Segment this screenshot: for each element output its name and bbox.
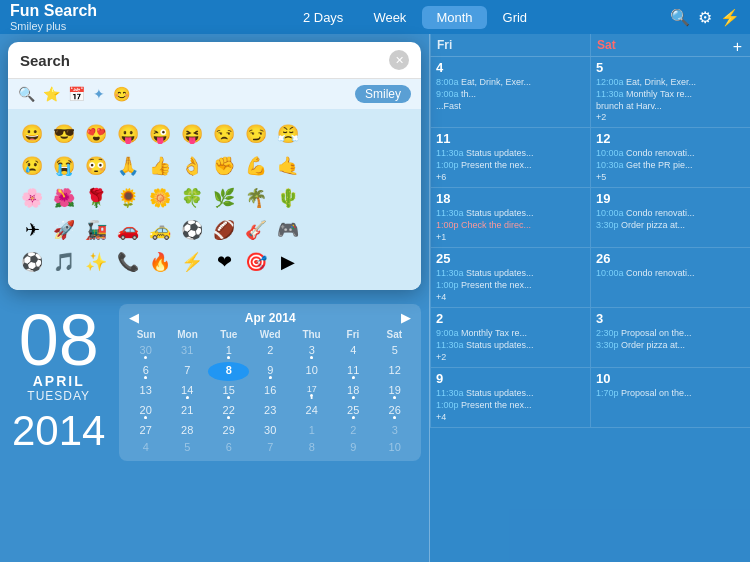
cal-day-fri-2[interactable]: 2 9:00a Monthly Tax re... 11:30a Status … xyxy=(430,308,590,367)
emoji-plane[interactable]: ✈ xyxy=(18,216,46,244)
mini-cal-day[interactable]: 10 xyxy=(291,362,332,381)
emoji-guitar[interactable]: 🎸 xyxy=(242,216,270,244)
mini-cal-day[interactable]: 16 xyxy=(250,382,291,401)
emoji-cry[interactable]: 😢 xyxy=(18,152,46,180)
mini-cal-day[interactable]: 5 xyxy=(374,342,415,361)
sparkle-filter-icon[interactable]: ✦ xyxy=(93,86,105,102)
emoji-football[interactable]: 🏈 xyxy=(210,216,238,244)
mini-cal-prev-button[interactable]: ◀ xyxy=(125,310,143,325)
emoji-hibiscus[interactable]: 🌺 xyxy=(50,184,78,212)
mini-cal-day[interactable]: 9 xyxy=(333,439,374,455)
emoji-grinning[interactable]: 😀 xyxy=(18,120,46,148)
mini-cal-day[interactable]: 28 xyxy=(167,422,208,438)
mini-cal-day[interactable]: 21 xyxy=(167,402,208,421)
emoji-smirk[interactable]: 😏 xyxy=(242,120,270,148)
emoji-ball[interactable]: ⚽ xyxy=(18,248,46,276)
search-filter-icon[interactable]: 🔍 xyxy=(18,86,35,102)
mini-cal-day[interactable]: 14 xyxy=(167,382,208,401)
emoji-tongue-out[interactable]: 😛 xyxy=(114,120,142,148)
lightning-icon[interactable]: ⚡ xyxy=(720,8,740,27)
mini-cal-next-button[interactable]: ▶ xyxy=(397,310,415,325)
mini-cal-day[interactable]: 19 xyxy=(374,382,415,401)
mini-cal-day[interactable]: 7 xyxy=(167,362,208,381)
settings-icon[interactable]: ⚙ xyxy=(698,8,712,27)
emoji-car[interactable]: 🚗 xyxy=(114,216,142,244)
emoji-train[interactable]: 🚂 xyxy=(82,216,110,244)
mini-cal-day[interactable]: 12 xyxy=(374,362,415,381)
tab-week[interactable]: Week xyxy=(359,6,420,29)
mini-cal-day[interactable]: 8 xyxy=(291,439,332,455)
emoji-zap[interactable]: ⚡ xyxy=(178,248,206,276)
mini-cal-day[interactable]: 3 xyxy=(374,422,415,438)
emoji-sparkles[interactable]: ✨ xyxy=(82,248,110,276)
calendar-filter-icon[interactable]: 📅 xyxy=(68,86,85,102)
cal-day-fri-4[interactable]: 4 8:00a Eat, Drink, Exer... 9:00a th... … xyxy=(430,57,590,127)
mini-cal-day[interactable]: 26 xyxy=(374,402,415,421)
star-filter-icon[interactable]: ⭐ xyxy=(43,86,60,102)
emoji-phone[interactable]: 📞 xyxy=(114,248,142,276)
mini-cal-day[interactable]: 6 xyxy=(125,362,166,381)
tab-month[interactable]: Month xyxy=(422,6,486,29)
emoji-palm[interactable]: 🌴 xyxy=(242,184,270,212)
emoji-wink-tongue[interactable]: 😜 xyxy=(146,120,174,148)
mini-cal-day[interactable]: 13 xyxy=(125,382,166,401)
mini-cal-day[interactable]: 1 xyxy=(208,342,249,361)
add-event-button[interactable]: + xyxy=(733,38,742,56)
mini-cal-day[interactable]: 5 xyxy=(167,439,208,455)
mini-cal-day[interactable]: 1 xyxy=(291,422,332,438)
mini-cal-day-today[interactable]: 8 xyxy=(208,362,249,381)
emoji-music[interactable]: 🎵 xyxy=(50,248,78,276)
mini-cal-day[interactable]: 18 xyxy=(333,382,374,401)
emoji-herb[interactable]: 🌿 xyxy=(210,184,238,212)
mini-cal-day[interactable]: 6 xyxy=(208,439,249,455)
mini-cal-day[interactable]: 2 xyxy=(333,422,374,438)
emoji-rocket[interactable]: 🚀 xyxy=(50,216,78,244)
emoji-fist[interactable]: ✊ xyxy=(210,152,238,180)
cal-day-sat-3[interactable]: 3 2:30p Proposal on the... 3:30p Order p… xyxy=(590,308,750,367)
emoji-rose[interactable]: 🌹 xyxy=(82,184,110,212)
emoji-sob[interactable]: 😭 xyxy=(50,152,78,180)
emoji-thumbsup[interactable]: 👍 xyxy=(146,152,174,180)
emoji-blossom[interactable]: 🌸 xyxy=(18,184,46,212)
cal-day-sat-19[interactable]: 19 10:00a Condo renovati... 3:30p Order … xyxy=(590,188,750,247)
emoji-target[interactable]: 🎯 xyxy=(242,248,270,276)
search-icon[interactable]: 🔍 xyxy=(670,8,690,27)
cal-day-sat-10[interactable]: 10 1:70p Proposal on the... xyxy=(590,368,750,427)
cal-day-sat-12[interactable]: 12 10:00a Condo renovati... 10:30a Get t… xyxy=(590,128,750,187)
emoji-heart-eyes[interactable]: 😍 xyxy=(82,120,110,148)
cal-day-fri-11[interactable]: 11 11:30a Status updates... 1:00p Presen… xyxy=(430,128,590,187)
smiley-filter-icon[interactable]: 😊 xyxy=(113,86,130,102)
mini-cal-day[interactable]: 30 xyxy=(250,422,291,438)
emoji-call[interactable]: 🤙 xyxy=(274,152,302,180)
mini-cal-day[interactable]: 10 xyxy=(374,439,415,455)
emoji-huffing[interactable]: 😤 xyxy=(274,120,302,148)
emoji-play[interactable]: ▶ xyxy=(274,248,302,276)
emoji-blossom2[interactable]: 🌼 xyxy=(146,184,174,212)
emoji-sunglasses[interactable]: 😎 xyxy=(50,120,78,148)
mini-cal-day[interactable]: 30 xyxy=(125,342,166,361)
cal-day-sat-26[interactable]: 26 10:00a Condo renovati... xyxy=(590,248,750,307)
emoji-soccer[interactable]: ⚽ xyxy=(178,216,206,244)
mini-cal-day[interactable]: 3 xyxy=(291,342,332,361)
emoji-unamused[interactable]: 😒 xyxy=(210,120,238,148)
cal-day-fri-25[interactable]: 25 11:30a Status updates... 1:00p Presen… xyxy=(430,248,590,307)
cal-day-fri-18[interactable]: 18 11:30a Status updates... 1:00p Check … xyxy=(430,188,590,247)
emoji-squinting-tongue[interactable]: 😝 xyxy=(178,120,206,148)
mini-cal-day[interactable]: 25 xyxy=(333,402,374,421)
mini-cal-day[interactable]: 29 xyxy=(208,422,249,438)
mini-cal-day[interactable]: 22 xyxy=(208,402,249,421)
emoji-heart[interactable]: ❤ xyxy=(210,248,238,276)
cal-day-fri-9[interactable]: 9 11:30a Status updates... 1:00p Present… xyxy=(430,368,590,427)
tab-grid[interactable]: Grid xyxy=(489,6,542,29)
emoji-gamepad[interactable]: 🎮 xyxy=(274,216,302,244)
mini-cal-day[interactable]: 31 xyxy=(167,342,208,361)
mini-cal-day[interactable]: 17 xyxy=(291,382,332,401)
emoji-ok[interactable]: 👌 xyxy=(178,152,206,180)
mini-cal-day[interactable]: 4 xyxy=(333,342,374,361)
mini-cal-day[interactable]: 27 xyxy=(125,422,166,438)
emoji-pray[interactable]: 🙏 xyxy=(114,152,142,180)
emoji-fire[interactable]: 🔥 xyxy=(146,248,174,276)
mini-cal-day[interactable]: 9 xyxy=(250,362,291,381)
mini-cal-day[interactable]: 24 xyxy=(291,402,332,421)
tab-2days[interactable]: 2 Days xyxy=(289,6,357,29)
